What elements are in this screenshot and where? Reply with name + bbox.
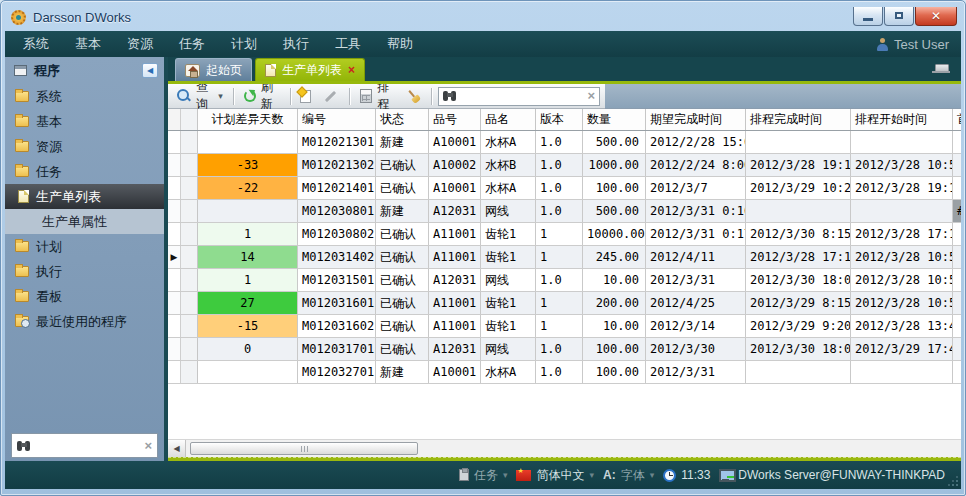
- cell-status[interactable]: 已确认: [376, 292, 429, 314]
- row-gutter[interactable]: [181, 338, 198, 360]
- row-indicator[interactable]: [168, 154, 181, 176]
- cell-quantity[interactable]: 245.00: [583, 246, 646, 268]
- cell-diff-days[interactable]: [198, 200, 298, 222]
- cell-sched-finish-time[interactable]: [746, 131, 851, 153]
- table-row[interactable]: -22M012021401已确认A10001水杯A1.0100.002012/3…: [168, 177, 961, 200]
- cell-tail[interactable]: [953, 246, 961, 268]
- cell-diff-days[interactable]: 1: [198, 269, 298, 291]
- cell-version[interactable]: 1.0: [536, 269, 583, 291]
- language-dropdown[interactable]: 简体中文 ▾: [516, 467, 594, 484]
- sidebar-item[interactable]: 生产单属性: [5, 209, 164, 234]
- table-row[interactable]: -33M012021302已确认A10002水杯B1.01000.002012/…: [168, 154, 961, 177]
- tab-active[interactable]: 生产单列表×: [255, 58, 365, 81]
- cell-sched-start-time[interactable]: [851, 361, 953, 383]
- row-indicator[interactable]: ▶: [168, 246, 181, 268]
- cell-quantity[interactable]: 100.00: [583, 361, 646, 383]
- cell-due-time[interactable]: 2012/3/31: [646, 361, 746, 383]
- table-row[interactable]: M012021301新建A10001水杯A1.0500.002012/2/28 …: [168, 131, 961, 154]
- cell-version[interactable]: 1.0: [536, 338, 583, 360]
- table-row[interactable]: -15M012031602已确认A11001齿轮1110.002012/3/14…: [168, 315, 961, 338]
- cell-version[interactable]: 1.0: [536, 131, 583, 153]
- cell-order-no[interactable]: M012031601: [298, 292, 376, 314]
- cell-sched-finish-time[interactable]: 2012/3/29 9:20: [746, 315, 851, 337]
- cell-version[interactable]: 1.0: [536, 177, 583, 199]
- menu-item-7[interactable]: 工具: [335, 35, 361, 53]
- cell-sched-finish-time[interactable]: 2012/3/30 8:15: [746, 223, 851, 245]
- tab-inactive[interactable]: 起始页: [175, 58, 252, 81]
- sidebar-item[interactable]: 系统: [5, 84, 164, 109]
- row-indicator[interactable]: [168, 223, 181, 245]
- cell-quantity[interactable]: 200.00: [583, 292, 646, 314]
- clean-button[interactable]: [403, 86, 425, 107]
- cell-tail[interactable]: [953, 338, 961, 360]
- menu-item-3[interactable]: 资源: [127, 35, 153, 53]
- cell-due-time[interactable]: 2012/3/30: [646, 338, 746, 360]
- table-row[interactable]: 1M012030802已确认A11001齿轮1110000.002012/3/3…: [168, 223, 961, 246]
- column-header-diff-days[interactable]: 计划差异天数: [198, 109, 298, 130]
- column-header-quantity[interactable]: 数量: [583, 109, 646, 130]
- column-header-sched-start-time[interactable]: 排程开始时间: [851, 109, 953, 130]
- cell-sched-finish-time[interactable]: 2012/3/29 8:15: [746, 292, 851, 314]
- row-indicator[interactable]: [168, 131, 181, 153]
- cell-sched-finish-time[interactable]: [746, 361, 851, 383]
- row-gutter[interactable]: [181, 292, 198, 314]
- column-header-tail[interactable]: 首: [953, 109, 961, 130]
- sidebar-item[interactable]: 任务: [5, 159, 164, 184]
- cell-item-no[interactable]: A11001: [429, 246, 481, 268]
- cell-order-no[interactable]: M012031701: [298, 338, 376, 360]
- cell-sched-start-time[interactable]: 2012/3/28 10:52: [851, 292, 953, 314]
- cell-item-name[interactable]: 水杯A: [481, 361, 536, 383]
- menu-item-2[interactable]: 基本: [75, 35, 101, 53]
- column-header-item-name[interactable]: 品名: [481, 109, 536, 130]
- user-indicator[interactable]: Test User: [877, 37, 949, 52]
- menu-item-8[interactable]: 帮助: [387, 35, 413, 53]
- cell-item-no[interactable]: A10001: [429, 361, 481, 383]
- cell-order-no[interactable]: M012021302: [298, 154, 376, 176]
- cell-order-no[interactable]: M012031501: [298, 269, 376, 291]
- cell-tail[interactable]: [953, 315, 961, 337]
- cell-quantity[interactable]: 1000.00: [583, 154, 646, 176]
- row-indicator[interactable]: [168, 292, 181, 314]
- table-row[interactable]: 27M012031601已确认A11001齿轮11200.002012/4/25…: [168, 292, 961, 315]
- cell-status[interactable]: 已确认: [376, 269, 429, 291]
- cell-status[interactable]: 已确认: [376, 338, 429, 360]
- cell-sched-finish-time[interactable]: 2012/3/30 18:00: [746, 269, 851, 291]
- row-indicator[interactable]: [168, 361, 181, 383]
- close-button[interactable]: ✕: [915, 7, 957, 26]
- cell-status[interactable]: 已确认: [376, 154, 429, 176]
- cell-diff-days[interactable]: 0: [198, 338, 298, 360]
- cell-version[interactable]: 1.0: [536, 200, 583, 222]
- cell-sched-start-time[interactable]: [851, 131, 953, 153]
- cell-tail[interactable]: [953, 131, 961, 153]
- cell-version[interactable]: 1: [536, 315, 583, 337]
- column-header-item-no[interactable]: 品号: [429, 109, 481, 130]
- cell-version[interactable]: 1.0: [536, 154, 583, 176]
- new-button[interactable]: [296, 86, 315, 107]
- cell-item-no[interactable]: A10002: [429, 154, 481, 176]
- cell-item-name[interactable]: 齿轮1: [481, 315, 536, 337]
- cell-quantity[interactable]: 10.00: [583, 269, 646, 291]
- cell-due-time[interactable]: 2012/3/31 0:17: [646, 223, 746, 245]
- row-indicator[interactable]: [168, 315, 181, 337]
- row-gutter[interactable]: [181, 223, 198, 245]
- row-gutter[interactable]: [181, 246, 198, 268]
- column-header-sched-finish-time[interactable]: 排程完成时间: [746, 109, 851, 130]
- cell-status[interactable]: 新建: [376, 131, 429, 153]
- cell-sched-start-time[interactable]: [851, 200, 953, 222]
- cell-quantity[interactable]: 500.00: [583, 200, 646, 222]
- cell-item-no[interactable]: A10001: [429, 131, 481, 153]
- cell-order-no[interactable]: M012030802: [298, 223, 376, 245]
- row-gutter[interactable]: [181, 200, 198, 222]
- column-header-due-time[interactable]: 期望完成时间: [646, 109, 746, 130]
- refresh-button[interactable]: 刷新: [240, 86, 284, 107]
- cell-diff-days[interactable]: [198, 361, 298, 383]
- cell-sched-start-time[interactable]: 2012/3/28 17:13: [851, 223, 953, 245]
- column-header-version[interactable]: 版本: [536, 109, 583, 130]
- sidebar-item[interactable]: 生产单列表: [5, 184, 164, 209]
- cell-due-time[interactable]: 2012/4/25: [646, 292, 746, 314]
- cell-quantity[interactable]: 100.00: [583, 338, 646, 360]
- cell-quantity[interactable]: 10.00: [583, 315, 646, 337]
- cell-item-name[interactable]: 齿轮1: [481, 223, 536, 245]
- restore-button[interactable]: [884, 7, 914, 26]
- task-status-dropdown[interactable]: 任务 ▾: [459, 467, 508, 484]
